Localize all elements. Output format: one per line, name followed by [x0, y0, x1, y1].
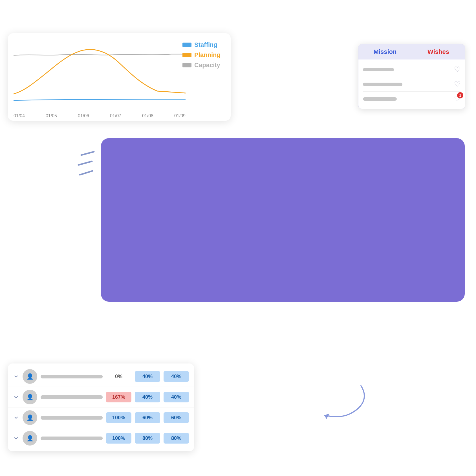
wishes-column-header: Wishes [412, 44, 465, 60]
avatar-1: 👤 [23, 369, 37, 384]
mission-bar-1 [363, 68, 394, 71]
pct2-row1: 40% [135, 371, 160, 382]
pct3-row2: 40% [164, 392, 189, 402]
pct1-row1: 0% [106, 371, 131, 382]
pct2-row2: 40% [135, 392, 160, 402]
xaxis-label-3: 01/07 [110, 113, 121, 118]
planning-label: Planning [194, 51, 221, 59]
avatar-4: 👤 [23, 431, 37, 446]
mission-row-2: ♡ [363, 77, 460, 92]
deco-marks [76, 149, 104, 183]
svg-line-1 [78, 161, 92, 165]
avatar-2-placeholder: 👤 [27, 394, 34, 400]
staffing-label: Staffing [194, 41, 217, 49]
avatar-3: 👤 [23, 410, 37, 425]
avatar-4-placeholder: 👤 [27, 435, 34, 442]
name-bar-1 [41, 375, 103, 378]
mission-column-header: Mission [358, 44, 412, 60]
chart-area [14, 42, 186, 107]
xaxis-label-0: 01/04 [14, 113, 25, 118]
purple-background-panel [101, 138, 465, 302]
pct1-row2: 167% [106, 392, 131, 402]
heart-icon-1[interactable]: ♡ [454, 65, 460, 74]
pct3-row1: 40% [164, 371, 189, 382]
chart-legend: Staffing Planning Capacity [182, 41, 221, 69]
chart-card: 01/04 01/05 01/06 01/07 01/08 01/09 Staf… [8, 33, 231, 121]
pct1-row3: 100% [106, 412, 131, 423]
xaxis-label-5: 01/09 [174, 113, 186, 118]
capacity-swatch [182, 63, 191, 67]
mission-row-3: ♡ 1 [363, 92, 460, 106]
heart-badge-wrapper[interactable]: ♡ 1 [454, 94, 460, 103]
mission-bar-3 [363, 97, 397, 101]
mission-wishes-card: Mission Wishes ♡ ♡ ♡ 1 [358, 44, 465, 109]
staffing-swatch [182, 43, 191, 47]
chevron-icon-3[interactable] [13, 415, 19, 421]
legend-capacity: Capacity [182, 61, 221, 69]
staffing-row-3: 👤 100% 60% 60% [8, 407, 194, 428]
staffing-row-1: 👤 0% 40% 40% [8, 366, 194, 387]
avatar-1-placeholder: 👤 [27, 373, 34, 380]
legend-planning: Planning [182, 51, 221, 59]
chart-xaxis: 01/04 01/05 01/06 01/07 01/08 01/09 [14, 113, 186, 118]
pct3-row3: 60% [164, 412, 189, 423]
xaxis-label-4: 01/08 [142, 113, 153, 118]
pct3-row4: 80% [164, 433, 189, 444]
avatar-2: 👤 [23, 390, 37, 404]
mission-wishes-header: Mission Wishes [358, 44, 465, 60]
staffing-table-card: 👤 0% 40% 40% 👤 167% 40% 40% 👤 100% 60% 6… [8, 363, 194, 451]
name-bar-3 [41, 416, 103, 420]
pct2-row4: 80% [135, 433, 160, 444]
staffing-row-4: 👤 100% 80% 80% [8, 428, 194, 448]
chevron-icon-4[interactable] [13, 435, 19, 441]
svg-line-2 [80, 171, 92, 175]
heart-badge-count: 1 [457, 92, 463, 98]
mission-wishes-body: ♡ ♡ ♡ 1 [358, 60, 465, 109]
pct1-row4: 100% [106, 433, 131, 444]
name-bar-4 [41, 437, 103, 440]
pct2-row3: 60% [135, 412, 160, 423]
xaxis-label-1: 01/05 [46, 113, 57, 118]
xaxis-label-2: 01/06 [78, 113, 89, 118]
name-bar-2 [41, 395, 103, 399]
mission-bar-2 [363, 83, 402, 86]
arrow-decoration [321, 383, 367, 420]
capacity-label: Capacity [194, 61, 220, 69]
heart-icon-2[interactable]: ♡ [454, 80, 460, 89]
legend-staffing: Staffing [182, 41, 221, 49]
mission-row-1: ♡ [363, 62, 460, 77]
chevron-icon-2[interactable] [13, 394, 19, 400]
staffing-row-2: 👤 167% 40% 40% [8, 387, 194, 407]
planning-swatch [182, 53, 191, 57]
avatar-3-placeholder: 👤 [27, 414, 34, 421]
svg-line-0 [81, 152, 94, 155]
chevron-icon-1[interactable] [13, 373, 19, 380]
